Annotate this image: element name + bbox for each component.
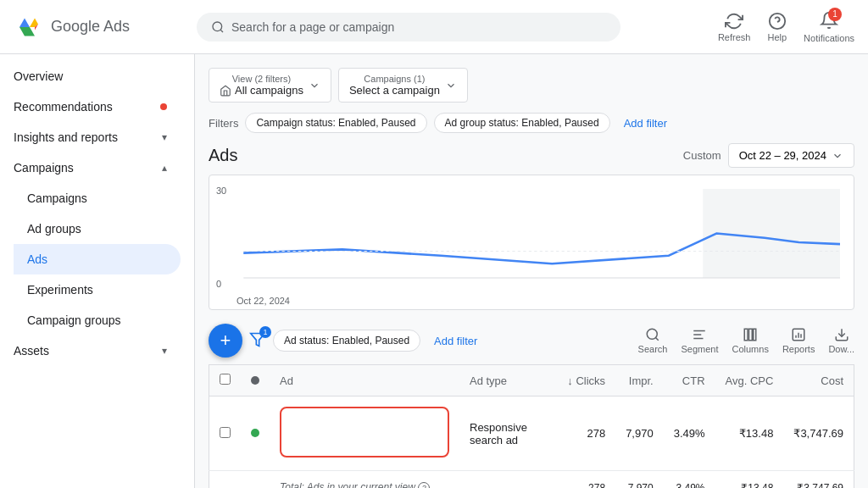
date-range-value: Oct 22 – 29, 2024 — [739, 149, 826, 162]
campaign-status-chip[interactable]: Campaign status: Enabled, Paused — [245, 113, 426, 133]
th-cost[interactable]: Cost — [783, 365, 854, 396]
total-avg-cpc-cell: ₹13.48 — [715, 471, 784, 489]
download-icon — [834, 327, 849, 342]
row-ctr-cell: 3.49% — [664, 396, 715, 471]
total-info-icon[interactable]: ? — [418, 482, 430, 488]
th-ad-type: Ad type — [459, 365, 557, 396]
refresh-button[interactable]: Refresh — [718, 12, 751, 42]
add-button[interactable]: + — [209, 324, 242, 358]
sidebar-item-experiments[interactable]: Experiments — [14, 274, 181, 305]
chart-header: Ads Custom Oct 22 – 29, 2024 — [209, 143, 854, 168]
columns-action-button[interactable]: Columns — [732, 327, 768, 354]
row-impr-cell: 7,970 — [615, 396, 664, 471]
columns-icon — [743, 327, 758, 342]
reports-action-button[interactable]: Reports — [782, 327, 815, 354]
assets-chevron-icon: ▾ — [162, 345, 167, 357]
sidebar-item-campaigns-header[interactable]: Campaigns ▴ — [0, 152, 181, 183]
th-avg-cpc[interactable]: Avg. CPC — [715, 365, 784, 396]
date-selector: Custom Oct 22 – 29, 2024 — [683, 143, 854, 168]
row-clicks-cell: 278 — [557, 396, 615, 471]
filters-label: Filters — [209, 117, 238, 130]
total-adtype-cell — [459, 471, 557, 489]
svg-rect-11 — [744, 329, 748, 341]
home-icon — [220, 85, 231, 97]
all-campaigns-filter-btn[interactable]: View (2 filters) All campaigns — [209, 68, 331, 103]
filter-icon-wrapper: 1 — [249, 331, 266, 351]
ads-table: Ad Ad type ↓ Clicks Impr. CTR Avg. CPC C… — [209, 364, 854, 488]
select-all-checkbox[interactable] — [220, 374, 231, 385]
app-layout: Overview Recommendations Insights and re… — [0, 54, 868, 488]
help-icon — [768, 12, 787, 30]
insights-chevron-icon: ▾ — [162, 131, 167, 143]
recommendations-dot — [160, 103, 167, 110]
sidebar-item-insights[interactable]: Insights and reports ▾ — [0, 122, 181, 152]
row-status-cell — [241, 396, 270, 471]
add-filter-button[interactable]: Add filter — [617, 114, 674, 133]
sidebar-item-assets[interactable]: Assets ▾ — [0, 336, 181, 366]
help-button[interactable]: Help — [767, 12, 787, 42]
notifications-badge: 1 — [828, 8, 842, 21]
total-ctr-cell: 3.49% — [664, 471, 715, 489]
svg-rect-13 — [754, 329, 756, 341]
table-header-row: Ad Ad type ↓ Clicks Impr. CTR Avg. CPC C… — [209, 365, 854, 396]
main-content: View (2 filters) All campaigns Campaigns… — [195, 54, 868, 488]
th-clicks[interactable]: ↓ Clicks — [557, 365, 615, 396]
header-actions: Refresh Help 1 Notifications — [718, 11, 854, 43]
sidebar: Overview Recommendations Insights and re… — [0, 54, 195, 488]
notifications-label: Notifications — [804, 33, 854, 43]
total-cost-cell: ₹3,747.69 — [783, 471, 854, 489]
ad-preview-box[interactable] — [280, 407, 449, 458]
all-campaigns-chevron-icon — [309, 80, 320, 92]
date-range-button[interactable]: Oct 22 – 29, 2024 — [728, 143, 854, 168]
segment-icon — [692, 327, 707, 342]
total-impr-cell: 7,970 — [615, 471, 664, 489]
google-ads-logo-icon — [14, 12, 44, 42]
refresh-label: Refresh — [718, 32, 751, 42]
notifications-button[interactable]: 1 Notifications — [804, 11, 854, 43]
active-status-dot — [251, 429, 259, 437]
row-checkbox[interactable] — [220, 427, 231, 438]
row-ad-cell — [270, 396, 459, 471]
ad-status-filter-chip[interactable]: Ad status: Enabled, Paused — [273, 330, 420, 352]
view-toolbar: View (2 filters) All campaigns Campaigns… — [209, 68, 854, 103]
th-ctr[interactable]: CTR — [664, 365, 715, 396]
search-action-button[interactable]: Search — [638, 327, 668, 354]
table-add-filter-button[interactable]: Add filter — [427, 331, 484, 351]
row-ad-type-cell: Responsive search ad — [459, 396, 557, 471]
row-cost-cell: ₹3,747.69 — [783, 396, 854, 471]
help-label: Help — [767, 32, 787, 42]
campaigns-filter-label: Campaigns (1) — [349, 74, 440, 84]
sidebar-sub-campaigns: Campaigns Ad groups Ads Experiments Camp… — [0, 183, 194, 336]
filter-badge-count: 1 — [259, 326, 271, 338]
campaigns-chevron-icon: ▴ — [162, 162, 167, 174]
svg-rect-12 — [749, 329, 753, 341]
sidebar-item-ads[interactable]: Ads — [14, 244, 181, 274]
search-bar[interactable]: Search for a page or campaign — [197, 13, 620, 42]
sidebar-item-campaigns[interactable]: Campaigns — [14, 183, 181, 214]
date-chevron-icon — [832, 150, 843, 162]
segment-action-button[interactable]: Segment — [681, 327, 718, 354]
download-action-button[interactable]: Dow... — [828, 327, 854, 354]
sidebar-item-overview[interactable]: Overview — [0, 61, 181, 92]
adgroup-status-chip[interactable]: Ad group status: Enabled, Paused — [434, 113, 610, 133]
chart-y-max: 30 — [216, 186, 226, 196]
select-campaign-filter-btn[interactable]: Campaigns (1) Select a campaign — [338, 68, 468, 103]
app-header: Google Ads Search for a page or campaign… — [0, 0, 868, 54]
select-campaign-chevron-icon — [445, 80, 457, 92]
chart-container: 30 0 Oct 22, 2024 — [209, 175, 854, 310]
row-avg-cpc-cell: ₹13.48 — [715, 396, 784, 471]
sidebar-item-recommendations[interactable]: Recommendations — [0, 92, 181, 122]
status-header-dot — [251, 376, 259, 385]
sidebar-item-adgroups[interactable]: Ad groups — [14, 214, 181, 244]
th-impr[interactable]: Impr. — [615, 365, 664, 396]
total-label-cell — [209, 471, 270, 489]
table-actions: Search Segment Columns Reports — [638, 327, 854, 354]
chart-x-label: Oct 22, 2024 — [236, 296, 290, 306]
row-checkbox-cell[interactable] — [209, 396, 242, 471]
select-campaign-value: Select a campaign — [349, 84, 440, 97]
ad-status-filter-text: Ad status: Enabled, Paused — [284, 335, 409, 347]
sidebar-item-campaigngroups[interactable]: Campaign groups — [14, 305, 181, 336]
svg-point-0 — [213, 22, 222, 31]
th-checkbox[interactable] — [209, 365, 242, 396]
search-table-icon — [645, 327, 660, 342]
